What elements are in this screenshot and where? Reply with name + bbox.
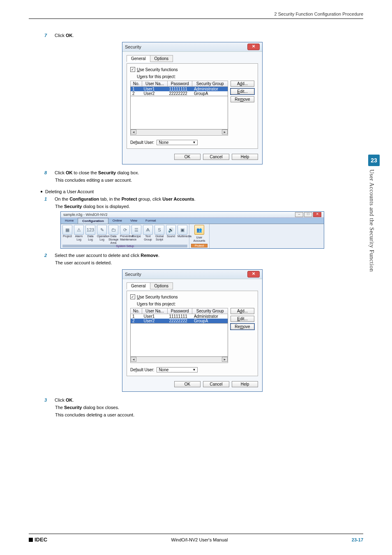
txt: Click bbox=[55, 170, 66, 175]
col-no[interactable]: No. bbox=[131, 81, 142, 87]
maximize-icon[interactable]: □ bbox=[304, 212, 312, 217]
txt: dialog box. bbox=[116, 170, 139, 175]
dialog-titlebar: Security ✕ bbox=[122, 270, 262, 279]
tab-general[interactable]: General bbox=[127, 282, 150, 289]
close-icon[interactable]: ✕ bbox=[247, 271, 260, 278]
col-group[interactable]: Security Group bbox=[192, 81, 228, 87]
data-storage-icon[interactable]: 🗀 bbox=[108, 225, 118, 235]
cell: 11111111 bbox=[167, 314, 192, 319]
cell: GroupA bbox=[192, 91, 228, 96]
default-user-value: None bbox=[159, 368, 168, 372]
step-number-8: 8 bbox=[44, 170, 53, 175]
ok-button[interactable]: OK bbox=[174, 154, 201, 160]
users-table[interactable]: No. User Na... Password Security Group 1… bbox=[130, 308, 228, 324]
txt: Security bbox=[64, 405, 82, 410]
txt: . bbox=[194, 197, 196, 201]
ribbon-window: sample.n3g - WindO/I-NV2 – □ ✕ Home Conf… bbox=[60, 211, 324, 249]
text-group-icon[interactable]: Ѧ bbox=[143, 225, 153, 235]
tabs: General Options bbox=[127, 55, 258, 62]
operation-log-icon[interactable]: ✎ bbox=[97, 225, 107, 235]
tab-general[interactable]: General bbox=[127, 55, 150, 62]
cell: GroupA bbox=[192, 319, 228, 324]
minimize-icon[interactable]: – bbox=[295, 212, 303, 217]
col-user[interactable]: User Na... bbox=[142, 308, 168, 314]
chevron-right-icon[interactable]: ► bbox=[222, 357, 228, 362]
dialog-titlebar: Security ✕ bbox=[122, 42, 262, 52]
del2-text: Select the user account to delete and cl… bbox=[55, 253, 159, 258]
chevron-left-icon[interactable]: ◄ bbox=[131, 357, 136, 362]
table-row[interactable]: 1 User1 11111111 Administrator bbox=[131, 314, 228, 319]
col-group[interactable]: Security Group bbox=[192, 308, 228, 314]
group-protect: Protect bbox=[191, 244, 208, 247]
project-icon[interactable]: ▦ bbox=[62, 225, 72, 235]
txt-ok: OK bbox=[66, 33, 73, 38]
txt: to close the bbox=[72, 170, 98, 175]
txt: Protect bbox=[122, 197, 137, 201]
dialog-title: Security bbox=[125, 44, 141, 49]
table-row[interactable]: 2 User2 22222222 GroupA bbox=[131, 91, 228, 96]
multimedia-icon[interactable]: ▣ bbox=[178, 225, 187, 235]
tabs: General Options bbox=[127, 282, 258, 289]
lb: Sound bbox=[166, 235, 176, 245]
tab-format[interactable]: Format bbox=[141, 218, 160, 224]
ok-button[interactable]: OK bbox=[174, 381, 201, 387]
tab-options[interactable]: Options bbox=[150, 55, 173, 62]
sound-icon[interactable]: 🔊 bbox=[166, 225, 176, 235]
col-no[interactable]: No. bbox=[131, 308, 142, 314]
user-accounts-icon[interactable]: 👥 bbox=[194, 225, 204, 235]
tab-home[interactable]: Home bbox=[61, 218, 78, 224]
default-user-select[interactable]: None ▼ bbox=[157, 367, 198, 372]
global-script-icon[interactable]: S bbox=[154, 225, 164, 235]
alarm-log-icon[interactable]: ⚠ bbox=[74, 225, 84, 235]
logo-icon bbox=[29, 538, 33, 542]
data-log-icon[interactable]: 123 bbox=[85, 225, 95, 235]
help-button[interactable]: Help bbox=[232, 154, 258, 160]
add-button[interactable]: Add... bbox=[231, 81, 254, 87]
txt: The bbox=[55, 204, 64, 209]
txt: On the bbox=[55, 197, 69, 201]
close-icon[interactable]: ✕ bbox=[247, 44, 260, 50]
edit-button[interactable]: Edit... bbox=[231, 88, 254, 95]
h-scrollbar[interactable]: ◄ ► bbox=[130, 357, 228, 363]
users-table[interactable]: No. User Na... Password Security Group 1… bbox=[130, 81, 228, 96]
delete-heading: Deleting a User Account bbox=[40, 189, 340, 194]
window-title: sample.n3g - WindO/I-NV2 bbox=[63, 213, 108, 217]
close-icon[interactable]: ✕ bbox=[313, 212, 321, 217]
page-number: 23-17 bbox=[352, 537, 363, 542]
header-rule bbox=[29, 18, 363, 19]
preventive-icon[interactable]: ⟳ bbox=[120, 225, 130, 235]
use-security-checkbox[interactable]: ✓ Use Security functions bbox=[130, 294, 254, 299]
lb: Data Log bbox=[85, 235, 95, 245]
cancel-button[interactable]: Cancel bbox=[203, 381, 229, 387]
add-button[interactable]: Add... bbox=[231, 308, 254, 314]
col-pass[interactable]: Password bbox=[167, 308, 192, 314]
remove-button[interactable]: Remove bbox=[231, 324, 254, 330]
tab-view[interactable]: View bbox=[126, 218, 141, 224]
use-security-checkbox[interactable]: ✓ Use Security functions bbox=[130, 67, 254, 72]
recipe-icon[interactable]: ☰ bbox=[131, 225, 141, 235]
txt: OK bbox=[66, 170, 73, 175]
table-row[interactable]: 2 User2 22222222 GroupA bbox=[131, 319, 228, 324]
h-scrollbar[interactable]: ◄ ► bbox=[130, 130, 228, 136]
cell: 22222222 bbox=[167, 91, 192, 96]
table-row[interactable]: 1 User1 11111111 Administrator bbox=[131, 87, 228, 92]
chevron-right-icon[interactable]: ► bbox=[222, 130, 228, 134]
col-pass[interactable]: Password bbox=[167, 81, 192, 87]
chapter-title: User Accounts and the Security Function bbox=[368, 169, 375, 272]
del3-text: Click OK. bbox=[55, 398, 74, 402]
cancel-button[interactable]: Cancel bbox=[203, 154, 229, 160]
help-button[interactable]: Help bbox=[232, 381, 258, 387]
tab-configuration[interactable]: Configuration bbox=[78, 218, 108, 224]
table-empty-area bbox=[130, 324, 228, 357]
tab-options[interactable]: Options bbox=[150, 282, 173, 289]
default-user-select[interactable]: None ▼ bbox=[157, 140, 198, 145]
col-user[interactable]: User Na... bbox=[142, 81, 168, 87]
default-user-label: Default User: bbox=[130, 368, 154, 372]
remove-button[interactable]: Remove bbox=[231, 96, 254, 102]
txt: Security bbox=[64, 204, 82, 209]
chevron-left-icon[interactable]: ◄ bbox=[131, 130, 136, 134]
edit-button[interactable]: Edit... bbox=[231, 316, 254, 322]
tab-online[interactable]: Online bbox=[108, 218, 126, 224]
lb: Preventive Maintenance bbox=[120, 235, 130, 245]
step8-sub: This concludes editing a user account. bbox=[55, 178, 340, 183]
